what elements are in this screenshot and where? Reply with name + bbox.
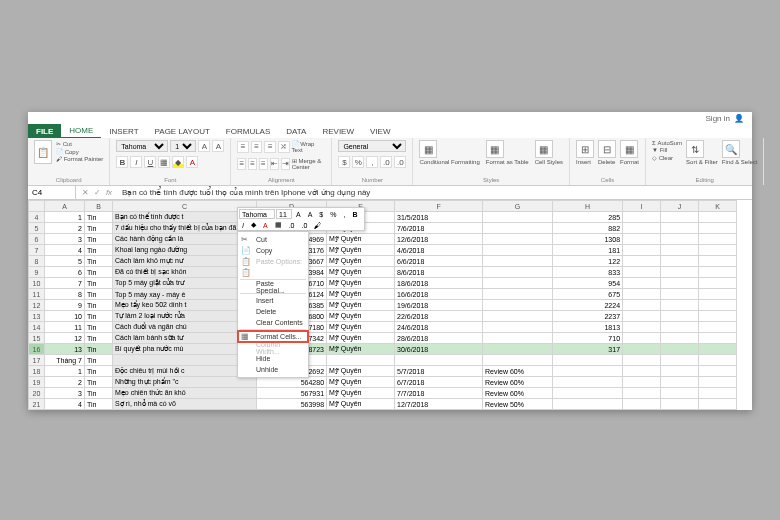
cell[interactable]: Tin <box>85 322 113 333</box>
cell[interactable]: Tin <box>85 256 113 267</box>
cut-button[interactable]: ✂ Cut <box>56 140 103 147</box>
tab-data[interactable]: DATA <box>278 124 314 138</box>
cell[interactable]: 954 <box>553 278 623 289</box>
formula-input[interactable]: Bạn có thể tính được tuổi thọ của mình t… <box>118 188 752 197</box>
cell[interactable] <box>483 223 553 234</box>
align-mid[interactable]: ≡ <box>251 141 263 153</box>
cell[interactable]: 9 <box>45 300 85 311</box>
cell[interactable] <box>483 256 553 267</box>
ctx-paste-btn[interactable]: 📋 <box>238 267 308 278</box>
cell[interactable] <box>483 300 553 311</box>
tab-review[interactable]: REVIEW <box>314 124 362 138</box>
col-header-A[interactable]: A <box>45 201 85 212</box>
currency-button[interactable]: $ <box>338 156 350 168</box>
cell[interactable] <box>661 344 699 355</box>
cell[interactable] <box>699 267 737 278</box>
indent-dec[interactable]: ⇤ <box>270 158 279 170</box>
mt-italic[interactable]: I <box>239 220 247 230</box>
cell[interactable]: Mỹ Quyên <box>327 311 395 322</box>
cond-fmt-button[interactable]: ▦Conditional Formatting <box>419 140 479 165</box>
cell[interactable] <box>699 212 737 223</box>
indent-inc[interactable]: ⇥ <box>281 158 290 170</box>
cell[interactable] <box>623 267 661 278</box>
cell[interactable] <box>699 333 737 344</box>
row-header[interactable]: 16 <box>29 344 45 355</box>
font-size-select[interactable]: 11 <box>170 140 196 152</box>
cell[interactable]: Mỹ Quyên <box>327 278 395 289</box>
cell[interactable]: 6/6/2018 <box>395 256 483 267</box>
mt-size[interactable]: 11 <box>276 209 292 219</box>
cell[interactable]: Tin <box>85 377 113 388</box>
merge-button[interactable]: ⊞ Merge & Center <box>292 157 326 170</box>
cell[interactable] <box>661 355 699 366</box>
cell[interactable]: 317 <box>553 344 623 355</box>
tab-view[interactable]: VIEW <box>362 124 398 138</box>
mt-border[interactable]: ▦ <box>272 220 285 230</box>
cell[interactable]: 11 <box>45 322 85 333</box>
mt-shrink[interactable]: A <box>305 209 316 219</box>
cell[interactable]: 2 <box>45 223 85 234</box>
cell[interactable]: 563998 <box>257 399 327 410</box>
mt-color[interactable]: A <box>260 220 271 230</box>
fmt-table-button[interactable]: ▦Format as Table <box>486 140 529 165</box>
cell[interactable] <box>483 245 553 256</box>
align-top[interactable]: ≡ <box>237 141 249 153</box>
cell[interactable] <box>661 245 699 256</box>
cell[interactable]: 833 <box>553 267 623 278</box>
cell[interactable]: 12/6/2018 <box>395 234 483 245</box>
italic-button[interactable]: I <box>130 156 142 168</box>
cell[interactable] <box>623 245 661 256</box>
dec-decimal[interactable]: .0 <box>394 156 406 168</box>
cell[interactable]: Tin <box>85 388 113 399</box>
cell[interactable]: Tin <box>85 245 113 256</box>
mt-font[interactable]: Tahoma <box>239 209 275 219</box>
cell[interactable]: 28/6/2018 <box>395 333 483 344</box>
cell[interactable] <box>327 355 395 366</box>
cell[interactable]: 30/6/2018 <box>395 344 483 355</box>
cell[interactable] <box>661 366 699 377</box>
cell[interactable]: 6 <box>45 267 85 278</box>
find-select-button[interactable]: 🔍Find & Select <box>722 140 758 165</box>
cell[interactable]: Top 5 máy xay - máy é <box>113 289 257 300</box>
row-header[interactable]: 17 <box>29 355 45 366</box>
cell[interactable] <box>483 234 553 245</box>
cell[interactable] <box>623 344 661 355</box>
cell[interactable]: 18/6/2018 <box>395 278 483 289</box>
cell[interactable]: 7/7/2018 <box>395 388 483 399</box>
format-cells-button[interactable]: ▦Format <box>620 140 639 165</box>
cell[interactable]: Tin <box>85 212 113 223</box>
cell[interactable] <box>553 388 623 399</box>
cell[interactable]: 1 <box>45 366 85 377</box>
cell[interactable] <box>699 355 737 366</box>
cell[interactable]: Bí quyết pha nước mù <box>113 344 257 355</box>
cell[interactable] <box>661 311 699 322</box>
cell[interactable]: Tin <box>85 289 113 300</box>
col-header-J[interactable]: J <box>661 201 699 212</box>
row-header[interactable]: 19 <box>29 377 45 388</box>
cancel-icon[interactable]: ✕ <box>80 188 90 197</box>
border-button[interactable]: ▦ <box>158 156 170 168</box>
row-header[interactable]: 13 <box>29 311 45 322</box>
cell[interactable]: Tin <box>85 399 113 410</box>
align-right[interactable]: ≡ <box>259 158 268 170</box>
cell[interactable] <box>661 377 699 388</box>
cell[interactable]: 7 <box>45 278 85 289</box>
cell[interactable]: Review 60% <box>483 377 553 388</box>
cell[interactable] <box>699 366 737 377</box>
ctx-hide[interactable]: Hide <box>238 353 308 364</box>
cell[interactable]: 1308 <box>553 234 623 245</box>
comma-button[interactable]: , <box>366 156 378 168</box>
cell[interactable] <box>699 399 737 410</box>
cell[interactable]: Mỹ Quyên <box>327 245 395 256</box>
cell[interactable]: 1 <box>45 212 85 223</box>
fill-color-button[interactable]: ◆ <box>172 156 184 168</box>
cell[interactable]: Mỹ Quyên <box>327 366 395 377</box>
cell[interactable] <box>483 289 553 300</box>
cell[interactable] <box>661 322 699 333</box>
bold-button[interactable]: B <box>116 156 128 168</box>
cell[interactable] <box>699 223 737 234</box>
col-header-B[interactable]: B <box>85 201 113 212</box>
cell[interactable] <box>661 234 699 245</box>
cell[interactable] <box>661 399 699 410</box>
ctx-unhide[interactable]: Unhide <box>238 364 308 375</box>
